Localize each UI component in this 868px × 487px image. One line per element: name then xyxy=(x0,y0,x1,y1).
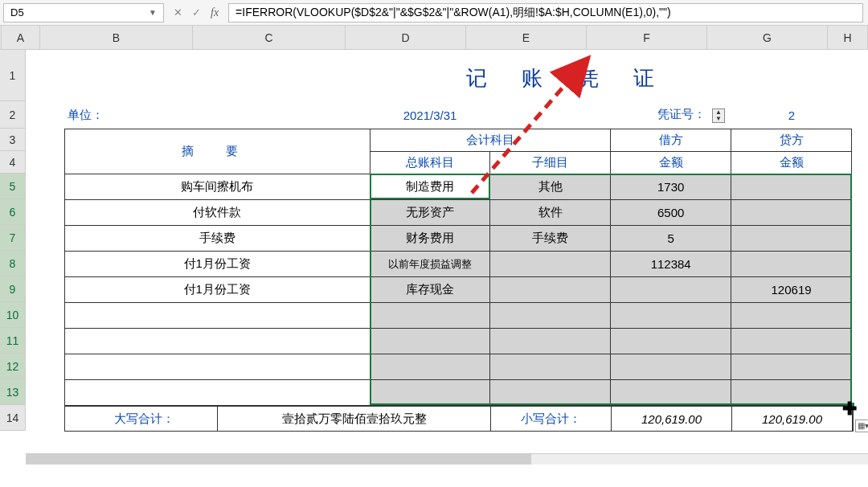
cell-sub[interactable] xyxy=(490,277,611,303)
cell-summary[interactable] xyxy=(65,354,371,380)
cell-sub[interactable]: 软件 xyxy=(490,200,611,226)
voucher-title: 记 账 凭 证 xyxy=(64,50,854,101)
spinner-down-icon[interactable]: ▼ xyxy=(713,116,724,122)
voucher-no-value: 2 xyxy=(731,108,852,122)
autofill-options-icon[interactable]: ▦▾ xyxy=(855,419,868,432)
formula-bar: D5 ▼ ✕ ✓ fx =IFERROR(VLOOKUP($D$2&"|"&$G… xyxy=(0,0,868,26)
col-header-F[interactable]: F xyxy=(587,26,707,50)
cell-ledger[interactable]: 财务费用 xyxy=(370,226,490,252)
cell-sub[interactable] xyxy=(490,354,611,380)
cell-ledger[interactable] xyxy=(370,303,490,329)
accept-formula-icon[interactable]: ✓ xyxy=(192,6,201,18)
total-credit: 120,619.00 xyxy=(732,407,853,431)
cell-sub[interactable]: 手续费 xyxy=(490,226,611,252)
th-sub: 子细目 xyxy=(490,152,611,174)
cell-summary[interactable]: 付1月份工资 xyxy=(65,277,371,303)
cell-sub[interactable] xyxy=(490,329,611,354)
row-header-9[interactable]: 9 xyxy=(0,276,26,302)
cell-debit[interactable]: 6500 xyxy=(611,200,731,226)
cell-sub[interactable]: 其他 xyxy=(490,174,611,200)
cell-debit[interactable] xyxy=(611,303,731,329)
formula-controls: ✕ ✓ fx xyxy=(164,6,228,19)
cell-credit[interactable] xyxy=(731,303,852,329)
cell-debit[interactable] xyxy=(611,329,731,354)
col-header-B[interactable]: B xyxy=(40,26,193,50)
col-header-A[interactable]: A xyxy=(2,26,40,50)
name-box-dropdown-icon[interactable]: ▼ xyxy=(149,8,157,17)
row-header-7[interactable]: 7 xyxy=(0,225,26,251)
row-header-14[interactable]: 14 xyxy=(0,405,26,431)
hscroll-thumb[interactable] xyxy=(26,454,531,464)
cell-summary[interactable]: 购车间擦机布 xyxy=(65,174,371,200)
cell-debit[interactable]: 1730 xyxy=(611,174,731,200)
total-label-cn: 大写合计： xyxy=(65,407,218,431)
row-header-4[interactable]: 4 xyxy=(0,151,26,174)
col-header-H[interactable]: H xyxy=(828,26,868,50)
row-header-8[interactable]: 8 xyxy=(0,251,26,276)
cell-debit[interactable] xyxy=(611,380,731,406)
th-summary: 摘 要 xyxy=(65,129,371,174)
formula-input[interactable]: =IFERROR(VLOOKUP($D$2&"|"&$G$2&"|"&ROW(A… xyxy=(228,3,863,23)
th-ledger: 总账科目 xyxy=(370,152,490,174)
cell-sub[interactable] xyxy=(490,303,611,329)
cell-debit[interactable] xyxy=(611,277,731,303)
cell-ledger[interactable]: 无形资产 xyxy=(370,200,490,226)
fill-handle[interactable] xyxy=(849,402,855,408)
cell-credit[interactable] xyxy=(731,174,852,200)
cell-ledger[interactable] xyxy=(370,354,490,380)
cell-credit[interactable] xyxy=(731,252,852,277)
column-headers: A B C D E F G H xyxy=(2,26,868,50)
cell-credit[interactable] xyxy=(731,354,852,380)
cell-debit[interactable]: 112384 xyxy=(611,252,731,277)
cell-debit[interactable] xyxy=(611,354,731,380)
col-header-D[interactable]: D xyxy=(346,26,466,50)
cell-summary[interactable]: 付软件款 xyxy=(65,200,371,226)
cell-D5[interactable]: 制造费用 xyxy=(370,174,490,200)
th-subject: 会计科目 xyxy=(370,129,611,152)
cell-ledger[interactable] xyxy=(370,329,490,354)
voucher-no-spinner[interactable]: ▲ ▼ xyxy=(712,108,725,123)
cell-credit[interactable] xyxy=(731,226,852,252)
cell-credit[interactable] xyxy=(731,380,852,406)
cell-ledger[interactable]: 库存现金 xyxy=(370,277,490,303)
cancel-formula-icon[interactable]: ✕ xyxy=(174,6,182,18)
row-header-10[interactable]: 10 xyxy=(0,302,26,328)
cell-credit[interactable]: 120619 xyxy=(731,277,852,303)
cells-area[interactable]: 记 账 凭 证 单位： 2021/3/31 凭证号： ▲ ▼ 2 摘 要 xyxy=(26,50,868,487)
cell-ledger[interactable]: 以前年度损益调整 xyxy=(370,252,490,277)
cell-summary[interactable] xyxy=(65,329,371,354)
cell-summary[interactable]: 手续费 xyxy=(65,226,371,252)
totals-row: 大写合计： 壹拾贰万零陆佰壹拾玖元整 小写合计： 120,619.00 120,… xyxy=(64,406,854,432)
cell-credit[interactable] xyxy=(731,200,852,226)
row-header-6[interactable]: 6 xyxy=(0,199,26,225)
row-header-3[interactable]: 3 xyxy=(0,129,26,151)
formula-text: =IFERROR(VLOOKUP($D$2&"|"&$G$2&"|"&ROW(A… xyxy=(235,6,671,20)
horizontal-scrollbar[interactable] xyxy=(26,453,868,464)
info-row: 单位： 2021/3/31 凭证号： ▲ ▼ 2 xyxy=(64,101,854,129)
fx-icon[interactable]: fx xyxy=(211,6,219,19)
total-cn-value: 壹拾贰万零陆佰壹拾玖元整 xyxy=(218,407,491,431)
col-header-G[interactable]: G xyxy=(707,26,828,50)
cell-summary[interactable] xyxy=(65,303,371,329)
row-header-13[interactable]: 13 xyxy=(0,379,26,405)
th-credit: 贷方 xyxy=(731,129,852,152)
row-header-2[interactable]: 2 xyxy=(0,101,26,129)
unit-label: 单位： xyxy=(64,108,217,123)
cell-summary[interactable] xyxy=(65,380,371,406)
name-box[interactable]: D5 ▼ xyxy=(3,3,164,23)
col-header-C[interactable]: C xyxy=(193,26,346,50)
row-header-5[interactable]: 5 xyxy=(0,174,26,199)
col-header-E[interactable]: E xyxy=(466,26,587,50)
voucher-table: 摘 要 会计科目 借方 贷方 总账科目 子细目 金额 金额 购车间擦机布 制造费… xyxy=(64,129,852,406)
row-header-11[interactable]: 11 xyxy=(0,328,26,354)
total-debit: 120,619.00 xyxy=(612,407,732,431)
cell-debit[interactable]: 5 xyxy=(611,226,731,252)
row-header-1[interactable]: 1 xyxy=(0,50,26,101)
cell-credit[interactable] xyxy=(731,329,852,354)
cell-summary[interactable]: 付1月份工资 xyxy=(65,252,371,277)
row-header-12[interactable]: 12 xyxy=(0,354,26,379)
cell-ledger[interactable] xyxy=(370,380,490,406)
cell-sub[interactable] xyxy=(490,252,611,277)
th-credit-amount: 金额 xyxy=(731,152,852,174)
cell-sub[interactable] xyxy=(490,380,611,406)
